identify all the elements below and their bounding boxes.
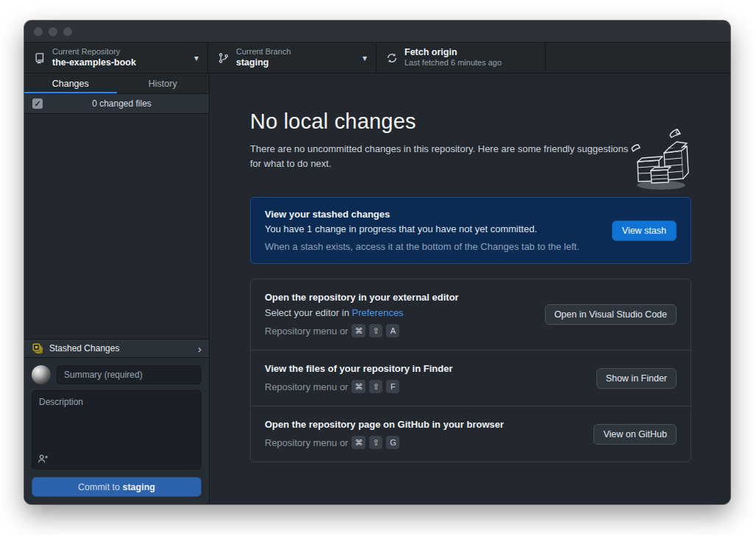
- shift-keycap: ⇧: [369, 436, 382, 449]
- suggestion-show-in-finder: View the files of your repository in Fin…: [251, 350, 691, 406]
- suggestion-shortcut: Repository menu or ⌘ ⇧ A: [265, 324, 535, 337]
- stashed-changes-row[interactable]: Stashed Changes ›: [24, 339, 209, 358]
- letter-keycap: F: [386, 380, 399, 393]
- suggestions-list: Open the repository in your external edi…: [250, 279, 691, 462]
- show-in-finder-button[interactable]: Show in Finder: [596, 368, 677, 389]
- repository-label: Current Repository: [52, 47, 187, 57]
- sync-icon: [386, 52, 398, 64]
- sidebar-tabs: Changes History: [24, 73, 209, 94]
- page-subtext: There are no uncommitted changes in this…: [250, 142, 640, 171]
- shift-keycap: ⇧: [369, 380, 382, 393]
- toolbar: Current Repository the-examples-book ▾ C…: [24, 43, 730, 73]
- changes-file-list: [24, 114, 209, 339]
- shift-keycap: ⇧: [369, 324, 382, 337]
- fetch-title: Fetch origin: [404, 47, 536, 59]
- toolbar-spacer: [546, 43, 730, 73]
- changed-files-header: ✓ 0 changed files: [24, 94, 209, 114]
- stash-card-line2: When a stash exists, access it at the bo…: [265, 241, 602, 252]
- traffic-lights: [34, 27, 72, 36]
- chevron-right-icon: ›: [198, 343, 202, 354]
- commit-summary-input[interactable]: [57, 365, 202, 384]
- current-branch-selector[interactable]: Current Branch staging ▾: [208, 43, 377, 73]
- suggestion-line: Select your editor in Preferences: [265, 307, 535, 318]
- chevron-down-icon: ▾: [363, 53, 367, 63]
- branch-text: Current Branch staging: [236, 47, 355, 68]
- view-on-github-button[interactable]: View on GitHub: [593, 424, 677, 445]
- fetch-origin-button[interactable]: Fetch origin Last fetched 6 minutes ago: [377, 43, 546, 73]
- letter-keycap: G: [386, 436, 399, 449]
- suggestion-shortcut: Repository menu or ⌘ ⇧ G: [265, 436, 583, 449]
- branch-label: Current Branch: [236, 47, 355, 57]
- repo-book-icon: [34, 52, 46, 64]
- open-in-editor-button[interactable]: Open in Visual Studio Code: [545, 304, 677, 325]
- suggestion-external-editor: Open the repository in your external edi…: [251, 279, 691, 350]
- close-button[interactable]: [34, 27, 43, 36]
- user-avatar: [32, 365, 51, 384]
- suggestion-title: Open the repository page on GitHub in yo…: [265, 419, 583, 430]
- minimize-button[interactable]: [49, 27, 57, 36]
- cmd-keycap: ⌘: [352, 380, 365, 393]
- titlebar: [24, 21, 730, 43]
- stash-card-title: View your stashed changes: [265, 209, 602, 220]
- fetch-subtitle: Last fetched 6 minutes ago: [404, 58, 536, 68]
- git-branch-icon: [218, 52, 229, 64]
- view-stash-button[interactable]: View stash: [612, 220, 677, 241]
- current-repository-selector[interactable]: Current Repository the-examples-book ▾: [24, 43, 208, 73]
- commit-description-textarea[interactable]: [32, 390, 202, 470]
- zoom-button[interactable]: [63, 27, 72, 36]
- branch-name: staging: [236, 57, 355, 69]
- preferences-link[interactable]: Preferences: [352, 307, 404, 318]
- suggestion-title: View the files of your repository in Fin…: [265, 363, 586, 374]
- repository-text: Current Repository the-examples-book: [52, 47, 187, 68]
- suggestion-shortcut: Repository menu or ⌘ ⇧ F: [265, 380, 586, 393]
- cmd-keycap: ⌘: [352, 436, 365, 449]
- cmd-keycap: ⌘: [352, 324, 365, 337]
- commit-button[interactable]: Commit to staging: [32, 477, 202, 497]
- fetch-text: Fetch origin Last fetched 6 minutes ago: [404, 47, 536, 68]
- paper-stacks-illustration: [623, 126, 695, 194]
- commit-form: Commit to staging: [24, 358, 209, 504]
- tab-changes[interactable]: Changes: [24, 73, 117, 93]
- github-desktop-window: Current Repository the-examples-book ▾ C…: [24, 21, 730, 504]
- main-content: No local changes There are no uncommitte…: [210, 73, 730, 504]
- suggestion-title: Open the repository in your external edi…: [265, 292, 535, 303]
- select-all-checkbox[interactable]: ✓: [32, 98, 43, 109]
- suggestion-view-on-github: Open the repository page on GitHub in yo…: [251, 406, 691, 462]
- repository-name: the-examples-book: [52, 57, 187, 69]
- changed-files-count: 0 changed files: [43, 98, 201, 109]
- chevron-down-icon: ▾: [194, 53, 199, 63]
- stashed-changes-label: Stashed Changes: [49, 343, 198, 353]
- sidebar: Changes History ✓ 0 changed files Stas: [24, 73, 210, 504]
- tab-history[interactable]: History: [117, 73, 210, 93]
- stashed-changes-card: View your stashed changes You have 1 cha…: [250, 197, 691, 264]
- stash-icon: [32, 342, 43, 354]
- person-add-icon[interactable]: [38, 453, 49, 464]
- letter-keycap: A: [386, 324, 399, 337]
- stash-card-line1: You have 1 change in progress that you h…: [265, 223, 602, 234]
